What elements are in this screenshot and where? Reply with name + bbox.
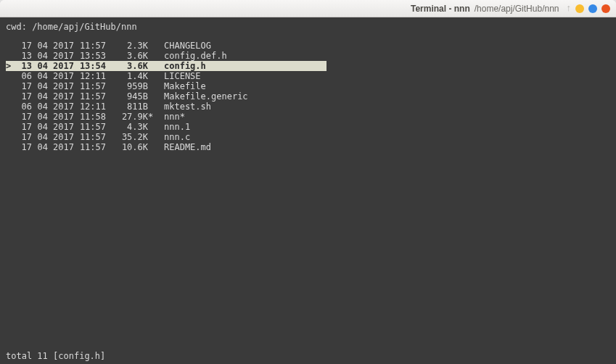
file-row[interactable]: 1704201711:5710.6K README.md xyxy=(6,142,610,152)
file-month: 04 xyxy=(32,61,48,71)
file-flag xyxy=(148,41,154,51)
file-month: 04 xyxy=(32,51,48,61)
file-day: 17 xyxy=(19,122,32,132)
file-row[interactable]: 1704201711:5735.2K nnn.c xyxy=(6,132,610,142)
file-name: nnn.c xyxy=(161,132,190,142)
file-year: 2017 xyxy=(48,41,74,51)
file-day: 17 xyxy=(19,132,32,142)
cursor-marker xyxy=(6,81,19,91)
cursor-marker xyxy=(6,71,19,81)
cursor-marker xyxy=(6,142,19,152)
file-flag xyxy=(148,91,154,102)
file-time: 12:11 xyxy=(74,102,106,112)
file-year: 2017 xyxy=(48,102,74,112)
window-title: Terminal - nnn xyxy=(411,4,470,14)
cwd-label: cwd: xyxy=(6,22,27,32)
cwd-line: cwd: /home/apj/GitHub/nnn xyxy=(6,22,610,32)
cursor-marker xyxy=(6,102,19,112)
file-row[interactable]: 1304201713:533.6K config.def.h xyxy=(6,51,610,61)
file-month: 04 xyxy=(32,102,48,112)
file-day: 17 xyxy=(19,112,32,122)
file-day: 13 xyxy=(19,51,32,61)
file-year: 2017 xyxy=(48,112,74,122)
file-row[interactable]: 0604201712:11811B mktest.sh xyxy=(6,102,610,112)
file-flag xyxy=(148,61,154,71)
cursor-marker: > xyxy=(6,61,19,71)
file-year: 2017 xyxy=(48,142,74,152)
window-controls: ↑ xyxy=(567,2,611,15)
file-flag: * xyxy=(148,112,154,122)
file-flag xyxy=(148,122,154,132)
file-month: 04 xyxy=(32,41,48,51)
file-time: 11:57 xyxy=(74,122,106,132)
file-list[interactable]: 1704201711:572.3K CHANGELOG 1304201713:5… xyxy=(6,41,610,152)
file-row[interactable]: 1704201711:57959B Makefile xyxy=(6,81,610,91)
empty-space xyxy=(6,152,610,351)
terminal[interactable]: cwd: /home/apj/GitHub/nnn 1704201711:572… xyxy=(0,17,616,364)
file-name: README.md xyxy=(161,142,211,152)
file-year: 2017 xyxy=(48,91,74,102)
maximize-button[interactable] xyxy=(588,4,597,13)
file-name: config.def.h xyxy=(161,51,227,61)
file-time: 11:57 xyxy=(74,132,106,142)
file-size: 811B xyxy=(106,102,148,112)
file-name: Makefile xyxy=(161,81,206,91)
file-time: 11:58 xyxy=(74,112,106,122)
file-time: 13:53 xyxy=(74,51,106,61)
file-row[interactable]: >1304201713:543.6K config.h xyxy=(6,61,327,71)
file-month: 04 xyxy=(32,112,48,122)
file-day: 06 xyxy=(19,102,32,112)
file-year: 2017 xyxy=(48,81,74,91)
file-size: 10.6K xyxy=(106,142,148,152)
file-row[interactable]: 1704201711:5827.9K*nnn* xyxy=(6,112,610,122)
file-time: 11:57 xyxy=(74,142,106,152)
status-line: total 11 [config.h] xyxy=(6,351,610,361)
file-size: 4.3K xyxy=(106,122,148,132)
file-size: 1.4K xyxy=(106,71,148,81)
file-time: 12:11 xyxy=(74,71,106,81)
status-total-count: 11 xyxy=(37,351,47,361)
file-month: 04 xyxy=(32,91,48,102)
file-day: 17 xyxy=(19,81,32,91)
cursor-marker xyxy=(6,91,19,102)
file-year: 2017 xyxy=(48,71,74,81)
file-time: 11:57 xyxy=(74,81,106,91)
cursor-marker xyxy=(6,132,19,142)
file-day: 17 xyxy=(19,142,32,152)
file-row[interactable]: 0604201712:111.4K LICENSE xyxy=(6,71,610,81)
file-month: 04 xyxy=(32,142,48,152)
file-flag xyxy=(148,81,154,91)
file-year: 2017 xyxy=(48,132,74,142)
file-size: 35.2K xyxy=(106,132,148,142)
file-day: 17 xyxy=(19,91,32,102)
file-month: 04 xyxy=(32,71,48,81)
file-size: 3.6K xyxy=(106,61,148,71)
minimize-button[interactable] xyxy=(575,4,584,13)
file-name: CHANGELOG xyxy=(161,41,211,51)
cwd-path: /home/apj/GitHub/nnn xyxy=(32,22,137,32)
file-name: config.h xyxy=(161,61,206,71)
up-arrow-icon[interactable]: ↑ xyxy=(567,2,572,15)
file-size: 27.9K xyxy=(106,112,148,122)
file-year: 2017 xyxy=(48,51,74,61)
file-day: 06 xyxy=(19,71,32,81)
file-flag xyxy=(148,51,154,61)
file-month: 04 xyxy=(32,132,48,142)
file-flag xyxy=(148,102,154,112)
file-month: 04 xyxy=(32,122,48,132)
file-row[interactable]: 1704201711:574.3K nnn.1 xyxy=(6,122,610,132)
file-name: LICENSE xyxy=(161,71,201,81)
close-button[interactable] xyxy=(601,4,610,13)
titlebar[interactable]: Terminal - nnn /home/apj/GitHub/nnn ↑ xyxy=(0,0,616,17)
cursor-marker xyxy=(6,51,19,61)
file-day: 13 xyxy=(19,61,32,71)
file-name: Makefile.generic xyxy=(161,91,248,102)
file-size: 959B xyxy=(106,81,148,91)
file-name: nnn.1 xyxy=(161,122,190,132)
file-month: 04 xyxy=(32,81,48,91)
cursor-marker xyxy=(6,112,19,122)
file-row[interactable]: 1704201711:57945B Makefile.generic xyxy=(6,91,610,102)
file-flag xyxy=(148,71,154,81)
cursor-marker xyxy=(6,122,19,132)
file-row[interactable]: 1704201711:572.3K CHANGELOG xyxy=(6,41,610,51)
